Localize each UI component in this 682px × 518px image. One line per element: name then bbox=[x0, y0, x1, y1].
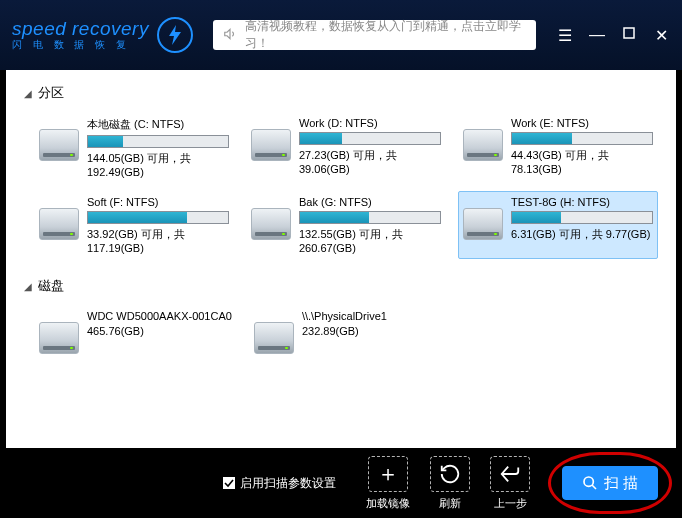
partition-item[interactable]: Work (D: NTFS)27.23(GB) 可用，共 39.06(GB) bbox=[246, 112, 446, 183]
close-button[interactable]: ✕ bbox=[652, 26, 670, 45]
drive-name: 本地磁盘 (C: NTFS) bbox=[87, 117, 229, 132]
drive-icon bbox=[39, 322, 79, 354]
drive-info: Work (E: NTFS)44.43(GB) 可用，共 78.13(GB) bbox=[511, 117, 653, 178]
checkbox-icon bbox=[223, 477, 235, 489]
drive-icon bbox=[39, 129, 79, 161]
drive-info: \\.\PhysicalDrive1232.89(GB) bbox=[302, 310, 443, 354]
drive-stats: 132.55(GB) 可用，共 260.67(GB) bbox=[299, 227, 441, 254]
disks-grid: WDC WD5000AAKX-001CA0465.76(GB)\\.\Physi… bbox=[34, 305, 658, 359]
load-image-button[interactable]: ＋ 加载镜像 bbox=[366, 456, 410, 511]
drive-info: Work (D: NTFS)27.23(GB) 可用，共 39.06(GB) bbox=[299, 117, 441, 178]
back-button[interactable]: 上一步 bbox=[490, 456, 530, 511]
drive-icon bbox=[251, 129, 291, 161]
checkbox-label: 启用扫描参数设置 bbox=[240, 475, 336, 492]
scan-label: 扫 描 bbox=[604, 474, 638, 493]
svg-rect-0 bbox=[624, 28, 634, 38]
load-image-label: 加载镜像 bbox=[366, 496, 410, 511]
drive-info: WDC WD5000AAKX-001CA0465.76(GB) bbox=[87, 310, 232, 354]
plus-icon: ＋ bbox=[368, 456, 408, 492]
disk-name: WDC WD5000AAKX-001CA0 bbox=[87, 310, 232, 322]
usage-bar bbox=[299, 211, 441, 224]
speaker-icon bbox=[223, 27, 237, 44]
maximize-button[interactable] bbox=[620, 26, 638, 44]
drive-icon bbox=[254, 322, 294, 354]
partition-item[interactable]: 本地磁盘 (C: NTFS)144.05(GB) 可用，共 192.49(GB) bbox=[34, 112, 234, 183]
search-icon bbox=[582, 475, 598, 491]
minimize-button[interactable]: — bbox=[588, 26, 606, 44]
disk-size: 465.76(GB) bbox=[87, 325, 232, 337]
refresh-button[interactable]: 刷新 bbox=[430, 456, 470, 511]
refresh-icon bbox=[430, 456, 470, 492]
usage-bar bbox=[87, 135, 229, 148]
window-controls: ☰ — ✕ bbox=[556, 26, 670, 45]
disk-size: 232.89(GB) bbox=[302, 325, 443, 337]
partition-item[interactable]: Soft (F: NTFS)33.92(GB) 可用，共 117.19(GB) bbox=[34, 191, 234, 259]
scan-button[interactable]: 扫 描 bbox=[562, 466, 658, 500]
usage-bar bbox=[511, 132, 653, 145]
drive-stats: 6.31(GB) 可用，共 9.77(GB) bbox=[511, 227, 653, 242]
drive-icon bbox=[463, 208, 503, 240]
drive-info: Bak (G: NTFS)132.55(GB) 可用，共 260.67(GB) bbox=[299, 196, 441, 254]
collapse-icon: ◢ bbox=[24, 88, 32, 99]
svg-point-1 bbox=[584, 477, 593, 486]
disk-item[interactable]: \\.\PhysicalDrive1232.89(GB) bbox=[249, 305, 448, 359]
partitions-header[interactable]: ◢ 分区 bbox=[24, 84, 658, 102]
disks-header[interactable]: ◢ 磁盘 bbox=[24, 277, 658, 295]
drive-stats: 144.05(GB) 可用，共 192.49(GB) bbox=[87, 151, 229, 178]
drive-name: Soft (F: NTFS) bbox=[87, 196, 229, 208]
drive-stats: 27.23(GB) 可用，共 39.06(GB) bbox=[299, 148, 441, 175]
scan-params-checkbox[interactable]: 启用扫描参数设置 bbox=[223, 475, 336, 492]
logo-main-text: speed recovery bbox=[12, 18, 149, 40]
collapse-icon: ◢ bbox=[24, 281, 32, 292]
drive-info: 本地磁盘 (C: NTFS)144.05(GB) 可用，共 192.49(GB) bbox=[87, 117, 229, 178]
disk-item[interactable]: WDC WD5000AAKX-001CA0465.76(GB) bbox=[34, 305, 237, 359]
usage-bar bbox=[299, 132, 441, 145]
partition-item[interactable]: Bak (G: NTFS)132.55(GB) 可用，共 260.67(GB) bbox=[246, 191, 446, 259]
drive-icon bbox=[39, 208, 79, 240]
footer-toolbar: 启用扫描参数设置 ＋ 加载镜像 刷新 上一步 扫 描 bbox=[0, 448, 682, 518]
drive-icon bbox=[463, 129, 503, 161]
logo-sub-text: 闪 电 数 据 恢 复 bbox=[12, 38, 149, 52]
main-content: ◢ 分区 本地磁盘 (C: NTFS)144.05(GB) 可用，共 192.4… bbox=[6, 70, 676, 448]
drive-stats: 44.43(GB) 可用，共 78.13(GB) bbox=[511, 148, 653, 175]
back-icon bbox=[490, 456, 530, 492]
title-bar: speed recovery 闪 电 数 据 恢 复 高清视频教程，数据恢复从入… bbox=[0, 0, 682, 70]
disks-label: 磁盘 bbox=[38, 277, 64, 295]
drive-info: TEST-8G (H: NTFS)6.31(GB) 可用，共 9.77(GB) bbox=[511, 196, 653, 254]
banner-text: 高清视频教程，数据恢复从入门到精通，点击立即学习！ bbox=[245, 18, 526, 52]
partition-item[interactable]: TEST-8G (H: NTFS)6.31(GB) 可用，共 9.77(GB) bbox=[458, 191, 658, 259]
back-label: 上一步 bbox=[494, 496, 527, 511]
tutorial-banner[interactable]: 高清视频教程，数据恢复从入门到精通，点击立即学习！ bbox=[213, 20, 536, 50]
drive-name: Bak (G: NTFS) bbox=[299, 196, 441, 208]
usage-bar bbox=[87, 211, 229, 224]
partitions-grid: 本地磁盘 (C: NTFS)144.05(GB) 可用，共 192.49(GB)… bbox=[34, 112, 658, 259]
partition-item[interactable]: Work (E: NTFS)44.43(GB) 可用，共 78.13(GB) bbox=[458, 112, 658, 183]
drive-stats: 33.92(GB) 可用，共 117.19(GB) bbox=[87, 227, 229, 254]
menu-icon[interactable]: ☰ bbox=[556, 26, 574, 45]
drive-name: Work (D: NTFS) bbox=[299, 117, 441, 129]
drive-name: Work (E: NTFS) bbox=[511, 117, 653, 129]
disk-name: \\.\PhysicalDrive1 bbox=[302, 310, 443, 322]
drive-icon bbox=[251, 208, 291, 240]
scan-button-wrap: 扫 描 bbox=[562, 466, 658, 500]
app-logo: speed recovery 闪 电 数 据 恢 复 bbox=[12, 17, 193, 53]
usage-bar bbox=[511, 211, 653, 224]
refresh-label: 刷新 bbox=[439, 496, 461, 511]
svg-line-2 bbox=[592, 485, 596, 489]
bolt-icon bbox=[157, 17, 193, 53]
drive-name: TEST-8G (H: NTFS) bbox=[511, 196, 653, 208]
drive-info: Soft (F: NTFS)33.92(GB) 可用，共 117.19(GB) bbox=[87, 196, 229, 254]
partitions-label: 分区 bbox=[38, 84, 64, 102]
